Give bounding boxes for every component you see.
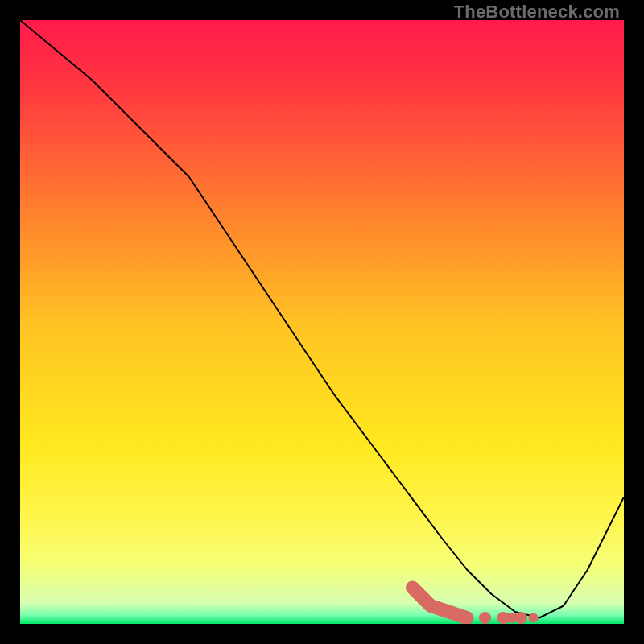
gradient-background xyxy=(20,20,624,624)
svg-point-3 xyxy=(529,613,539,623)
svg-point-0 xyxy=(479,612,491,624)
watermark-text: TheBottleneck.com xyxy=(454,2,620,23)
svg-rect-4 xyxy=(501,613,518,623)
plot-area xyxy=(20,20,624,624)
chart-frame xyxy=(20,20,624,624)
chart-svg xyxy=(20,20,624,624)
